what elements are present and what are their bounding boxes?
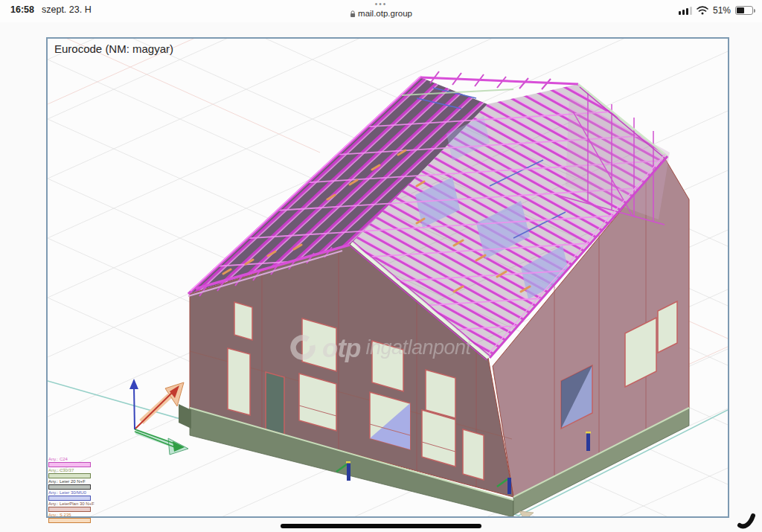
- status-right: 51%: [679, 2, 753, 16]
- legend-item: Any.: Leier 20 N+F: [48, 479, 95, 490]
- pen-stroke-mark: [734, 509, 762, 531]
- axis-z: [134, 386, 135, 429]
- legend-item: Any.: Leier 30/MU0: [48, 490, 95, 501]
- legend-swatch: [48, 496, 91, 501]
- legend-item: Any.: C24: [48, 457, 95, 467]
- wifi-icon: [697, 6, 708, 15]
- clock: 16:58: [10, 4, 34, 15]
- legend-item: Any.: LeierPlan 30 N+F: [48, 501, 95, 512]
- status-left: 16:58 szept. 23. H: [10, 2, 92, 15]
- date: szept. 23. H: [42, 4, 92, 15]
- address-url[interactable]: mail.otp.group: [358, 10, 412, 19]
- battery-percent: 51%: [713, 5, 731, 16]
- legend-swatch: [48, 507, 91, 512]
- legend-item: Any.: C30/37: [48, 468, 95, 478]
- cellular-signal-icon: [679, 6, 692, 15]
- ipad-screenshot: 16:58 szept. 23. H ••• mail.otp.group: [0, 0, 762, 532]
- home-indicator[interactable]: [281, 524, 481, 528]
- status-bar: 16:58 szept. 23. H ••• mail.otp.group: [0, 0, 762, 22]
- building-model: [129, 71, 689, 516]
- structural-model-canvas[interactable]: [48, 39, 728, 516]
- foundation-corner-block: [179, 404, 191, 429]
- safari-compact-tab[interactable]: ••• mail.otp.group: [350, 1, 412, 19]
- material-legend: Any.: C24 Any.: C30/37 Any.: Leier 20 N+…: [48, 457, 95, 524]
- model-viewport[interactable]: Eurocode (NM: magyar): [46, 37, 729, 518]
- legend-swatch: [48, 462, 91, 467]
- legend-item: Any.: S 235: [48, 513, 95, 523]
- cursor-arrow: [519, 511, 534, 516]
- axis-x: [135, 391, 174, 429]
- legend-swatch: [48, 518, 91, 523]
- lock-icon: [350, 10, 356, 18]
- design-code-title: Eurocode (NM: magyar): [54, 42, 173, 55]
- battery-icon: [735, 6, 753, 15]
- tab-overflow-dots[interactable]: •••: [350, 1, 412, 8]
- legend-swatch: [48, 473, 91, 478]
- legend-swatch: [48, 484, 91, 490]
